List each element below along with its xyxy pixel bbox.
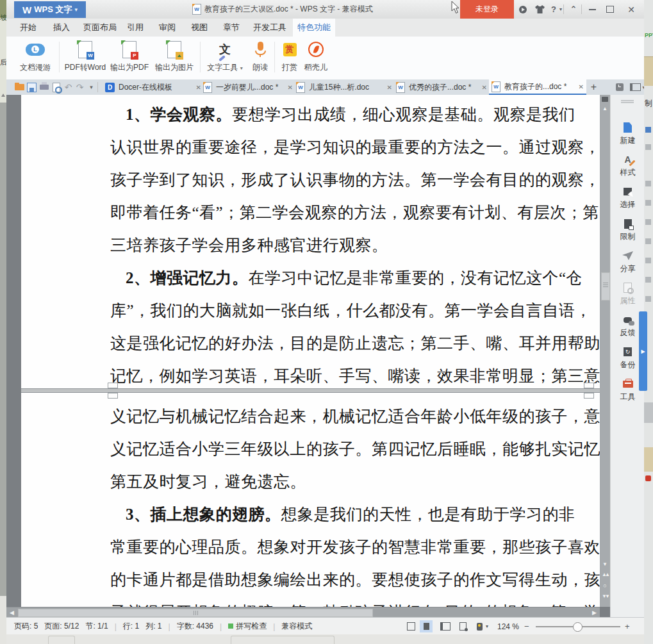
horizontal-scrollbar[interactable]: ◀ ▶ (6, 607, 600, 618)
text-tools-button[interactable]: 文 文字工具 ▾ (204, 39, 246, 76)
new-tab-button[interactable]: + (588, 81, 599, 93)
status-spellcheck[interactable]: 拼写检查 (228, 621, 267, 632)
sidebar-item-restrict[interactable]: 限制 (611, 218, 645, 242)
text-line[interactable]: 常重要的心理品质。想象对开发孩子的智慧非常重要，那些孩子喜欢 (110, 536, 600, 557)
vertical-scrollbar[interactable]: ▲ ▼ ▲▲ ○ ▼▼ (600, 95, 610, 607)
scroll-down-button[interactable]: ▼ (600, 561, 610, 567)
text-line[interactable]: 3、插上想象的翅膀。想象是我们的天性，也是有助于学习的非 (110, 504, 575, 525)
tab-developer[interactable]: 开发工具 (251, 19, 289, 37)
margin-handle[interactable] (584, 383, 594, 388)
text-line[interactable]: 库”，我们的大脑就如一张白纸，什么都没有。第一学会自言自语， (110, 300, 591, 321)
previous-page-button[interactable]: ▲▲ (600, 572, 610, 577)
text-line[interactable]: 第五及时复习，避免遗忘。 (110, 471, 306, 492)
minimize-button[interactable] (585, 0, 599, 19)
reward-button[interactable]: 赏 打赏 (278, 39, 301, 76)
status-page-of-pages[interactable]: 页面: 5/12 (44, 621, 79, 632)
hotspot-icon[interactable] (517, 0, 529, 19)
print-icon[interactable] (38, 81, 49, 93)
open-folder-icon[interactable] (14, 81, 25, 93)
ruler-toggle-icon[interactable] (602, 97, 608, 102)
zoom-out-button[interactable]: − (524, 622, 529, 631)
status-word-count[interactable]: 字数: 4436 (177, 621, 213, 632)
tab-doc-2[interactable]: W 儿童15种...析.doc ✕ (293, 79, 395, 95)
docer-mall-button[interactable]: 稻壳儿 (302, 39, 329, 76)
wps-logo[interactable]: W WPS 文字 ▾ (14, 1, 86, 18)
tab-section[interactable]: 章节 (219, 19, 244, 37)
text-line[interactable]: 三培养孩子学会用多种感官进行观察。 (110, 235, 388, 256)
read-aloud-button[interactable]: 朗读 (249, 39, 272, 76)
status-page-number[interactable]: 页码: 5 (14, 621, 38, 632)
view-mode-dropdown-icon[interactable]: ▾ (483, 620, 491, 632)
tab-review[interactable]: 审阅 (154, 19, 180, 37)
save-icon[interactable] (26, 81, 37, 93)
sidebar-item-share[interactable]: 分享 (611, 250, 645, 274)
next-page-button[interactable]: ▼▼ (600, 593, 610, 599)
tab-view[interactable]: 视图 (186, 19, 212, 37)
doc-roaming-button[interactable]: L 文档漫游 (16, 39, 54, 76)
text-line[interactable]: 这是强化记忆的好办法，目的是防止遗忘；第二手、嘴、耳并用帮助 (110, 333, 600, 354)
tab-docer-templates[interactable]: D Docer-在线模板 ✕ (103, 79, 204, 95)
close-tab-icon[interactable]: ✕ (387, 84, 392, 91)
text-line[interactable]: 子就得展开想象的翅膀，第一鼓励孩子进行有“目的”的想象，第二学 (110, 602, 599, 607)
tab-doc-active[interactable]: W 教育孩子的...doc * ✕ (489, 79, 586, 95)
horizontal-scroll-thumb[interactable] (18, 609, 373, 617)
fit-page-view-icon[interactable] (404, 620, 417, 632)
outline-view-icon[interactable] (439, 620, 452, 632)
margin-handle[interactable] (584, 393, 594, 399)
tab-page-layout[interactable]: 页面布局 (79, 19, 120, 37)
expand-arrow-icon: ▶ (641, 349, 645, 354)
text-line[interactable]: 记忆，例如学习英语，耳朵听、手写、嘴读，效果非常明显；第三意 (110, 365, 600, 386)
export-image-button[interactable]: 输出为图片 (154, 39, 195, 76)
tab-doc-3[interactable]: W 优秀的孩子...doc * ✕ (393, 79, 490, 95)
word-doc-icon: W (296, 82, 305, 93)
skin-icon[interactable] (533, 0, 546, 19)
zoom-in-button[interactable]: + (625, 622, 630, 631)
text-line[interactable]: 的卡通片都是借助想象编绘出来的。要想使孩子的作文写得生动，孩 (110, 569, 600, 590)
undo-icon[interactable]: ↶ (63, 81, 74, 93)
text-line[interactable]: 孩子学到了知识，形成了认识事物的方法。第一学会有目的的观察， (110, 169, 600, 190)
text-line[interactable]: 义记忆适合小学三年级以上的孩子。第四记忆后睡眠，能够扎实记忆； (110, 438, 600, 459)
close-tab-icon[interactable]: ✕ (482, 84, 487, 91)
pdf-to-word-button[interactable]: W PDF转Word (63, 39, 108, 76)
export-pdf-button[interactable]: P 输出为PDF (109, 39, 150, 76)
text-line[interactable]: 1、学会观察。要想学习出成绩，细心观察是基础。观察是我们 (110, 104, 575, 125)
zoom-percentage[interactable]: 124 % (497, 622, 519, 631)
tab-doc-1[interactable]: W 一岁前婴儿...doc * ✕ (201, 79, 295, 95)
tab-references[interactable]: 引用 (122, 19, 148, 37)
zoom-slider-thumb[interactable] (573, 622, 583, 632)
print-preview-icon[interactable] (51, 81, 62, 93)
close-button[interactable]: ✕ (624, 0, 639, 19)
margin-handle[interactable] (108, 383, 118, 388)
sidebar-item-new[interactable]: 新建 (611, 122, 645, 146)
tab-special-features[interactable]: 特色功能 (293, 19, 335, 37)
scroll-right-button[interactable]: ▶ (592, 609, 597, 616)
close-tab-icon[interactable]: ✕ (579, 83, 584, 90)
sidebar-item-styles[interactable]: A 样式 (611, 154, 645, 178)
scroll-up-button[interactable]: ▲ (600, 106, 610, 111)
web-layout-view-icon[interactable] (456, 620, 469, 632)
sidebar-item-select[interactable]: 选择 (611, 186, 645, 210)
maximize-button[interactable] (603, 0, 617, 19)
tab-history-icon[interactable] (614, 81, 625, 93)
quick-access-dropdown-icon[interactable]: ▾ (86, 81, 97, 93)
vertical-scroll-thumb[interactable] (601, 272, 610, 301)
login-button[interactable]: 未登录 (460, 0, 514, 19)
scroll-left-button[interactable]: ◀ (10, 609, 14, 616)
page-view-icon[interactable] (420, 620, 433, 632)
text-line[interactable]: 义记忆与机械记忆结合起来，机械记忆适合年龄小低年级的孩子，意 (110, 406, 600, 427)
text-line[interactable]: 认识世界的重要途径，是学习知识的最重要的方法之一。通过观察， (110, 136, 600, 158)
tab-insert[interactable]: 插入 (49, 19, 74, 37)
redo-icon[interactable]: ↷ (74, 81, 85, 93)
select-icon (611, 186, 645, 197)
text-line[interactable]: 即带着任务“看”；第二学会观察的方法，观察要有计划、有层次；第 (110, 202, 599, 223)
close-tab-icon[interactable]: ✕ (288, 84, 293, 91)
browse-object-button[interactable]: ○ (600, 583, 610, 589)
text-line[interactable]: 2、增强记忆力。在学习中记忆是非常重要的，没有记忆这个“仓 (110, 267, 583, 288)
margin-handle[interactable] (108, 393, 118, 399)
status-section[interactable]: 节: 1/1 (85, 621, 108, 632)
tab-home[interactable]: 开始 (15, 19, 41, 37)
document-page[interactable]: 1、学会观察。要想学习出成绩，细心观察是基础。观察是我们 认识世界的重要途径，是… (21, 95, 600, 607)
collapse-ribbon-icon[interactable]: ⌃ (568, 0, 579, 19)
sidebar-drag-handle[interactable] (621, 100, 634, 101)
panel-expand-strip[interactable]: ▶ (639, 311, 647, 391)
